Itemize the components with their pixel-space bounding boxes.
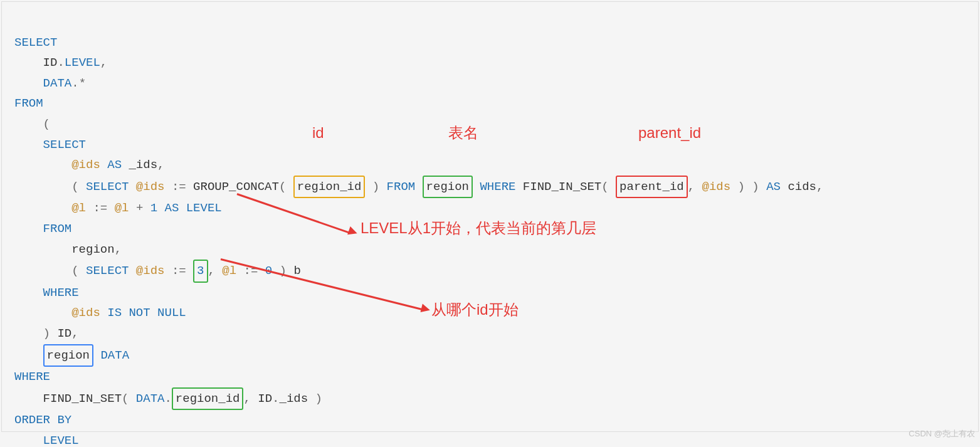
box-region-id: region_id	[293, 176, 366, 199]
box-region-data: region	[43, 344, 93, 367]
label-id: id	[312, 123, 324, 144]
kw-from: FROM	[14, 97, 43, 110]
kw-level: LEVEL	[65, 56, 100, 70]
id-ID: ID	[43, 56, 58, 70]
id-DATA: DATA	[43, 76, 72, 90]
box-start-id: 3	[193, 260, 208, 283]
var-ids: @ids	[71, 158, 100, 172]
code-block: SELECT ID.LEVEL, DATA.* FROM ( SELECT @i…	[1, 1, 979, 432]
label-level: LEVEL从1开始，代表当前的第几层	[361, 218, 596, 239]
box-parent-id: parent_id	[616, 176, 688, 199]
label-parent-id: parent_id	[638, 123, 701, 144]
kw-level-2: LEVEL	[186, 201, 222, 215]
box-table-region: region	[423, 176, 473, 199]
watermark: CSDN @尧上有农	[909, 424, 975, 444]
kw-select: SELECT	[14, 36, 57, 50]
label-start: 从哪个id开始	[431, 300, 519, 320]
box-data-region-id: region_id	[172, 387, 244, 411]
kw-select-sub: SELECT	[43, 138, 86, 152]
label-table: 表名	[448, 123, 478, 144]
